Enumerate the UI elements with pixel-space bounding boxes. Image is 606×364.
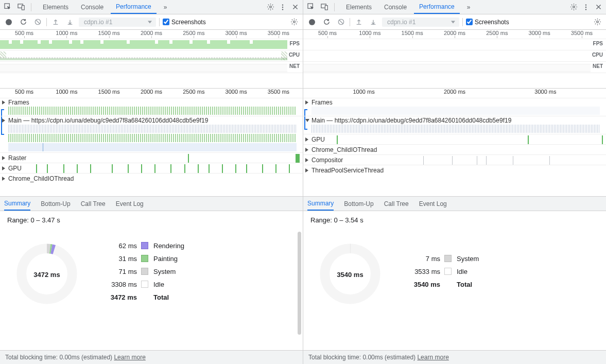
svg-text:3540 ms: 3540 ms [337,271,363,279]
screenshots-checkbox-input[interactable] [466,19,473,25]
legend-row: 7 ms System [404,255,479,263]
download-icon[interactable] [64,16,76,28]
screenshots-checkbox[interactable]: Screenshots [466,19,509,26]
track-main[interactable]: Main — https://cdpn.io/una/debug/c9edd7f… [303,116,606,134]
disclosure-triangle-icon[interactable] [2,156,5,160]
disclosure-triangle-icon[interactable] [2,177,5,181]
flame-ruler[interactable]: 1000 ms 2000 ms 3000 ms [303,89,606,98]
disclosure-triangle-icon[interactable] [305,148,308,152]
tab-call-tree[interactable]: Call Tree [384,197,409,211]
tab-console[interactable]: Console [379,0,412,14]
cpu-label: CPU [288,52,301,58]
legend-ms: 3533 ms [404,268,440,275]
flame-chart[interactable]: 500 ms 1000 ms 1500 ms 2000 ms 2500 ms 3… [0,89,303,197]
track-gpu[interactable]: GPU [0,163,303,173]
tab-overflow[interactable]: » [159,0,172,14]
flame-ruler[interactable]: 500 ms 1000 ms 1500 ms 2000 ms 2500 ms 3… [0,89,303,98]
upload-icon[interactable] [50,16,61,28]
close-icon[interactable] [289,2,301,13]
gear-icon[interactable] [265,2,276,13]
disclosure-triangle-icon[interactable] [2,166,5,170]
tab-elements[interactable]: Elements [341,0,377,14]
legend-row: 3308 ms Idle [101,281,184,288]
disclosure-triangle-icon[interactable] [2,118,5,123]
tab-call-tree[interactable]: Call Tree [81,197,106,211]
summary-legend: 62 ms Rendering 31 ms Painting 71 ms Sys… [101,242,184,306]
close-icon[interactable] [593,2,604,13]
svg-point-5 [282,6,283,7]
tab-console[interactable]: Console [76,0,109,14]
tab-performance[interactable]: Performance [111,0,157,14]
overview-mini-tracks[interactable]: FPS CPU NET [303,39,606,73]
disclosure-triangle-icon[interactable] [305,100,308,105]
tab-bottom-up[interactable]: Bottom-Up [344,197,373,211]
gear-icon[interactable] [568,2,579,13]
track-main[interactable]: Main — https://cdpn.io/una/debug/c9edd7f… [0,116,303,152]
cpu-lane: CPU [303,50,606,62]
overview-ruler[interactable]: 500 ms 1000 ms 1500 ms 2000 ms 2500 ms 3… [303,30,606,39]
record-button[interactable] [306,16,318,28]
recording-selector[interactable]: cdpn.io #1 [79,18,156,27]
reload-icon[interactable] [321,16,332,28]
overview-mini-tracks[interactable]: FPS CPU NET [0,39,303,73]
learn-more-link[interactable]: Learn more [114,354,145,361]
tab-performance[interactable]: Performance [414,0,460,14]
screenshots-checkbox-input[interactable] [163,19,169,25]
clear-icon[interactable] [32,16,43,28]
footer-text: Total blocking time: 0.00ms (estimated) [5,354,112,361]
separator [31,3,31,11]
legend-row: 71 ms System [101,268,184,275]
tab-summary[interactable]: Summary [4,197,30,211]
disclosure-triangle-icon[interactable] [305,168,308,172]
track-gpu[interactable]: GPU [303,134,606,144]
capture-settings-gear-icon[interactable] [288,16,300,28]
kebab-menu-icon[interactable] [580,2,592,13]
record-button[interactable] [3,16,14,28]
track-compositor[interactable]: Compositor [303,154,606,165]
learn-more-link[interactable]: Learn more [417,354,448,361]
track-raster[interactable]: Raster [0,152,303,163]
track-frames[interactable]: Frames [303,98,606,116]
disclosure-triangle-icon[interactable] [305,158,308,162]
net-lane: NET [0,62,303,73]
screenshots-checkbox[interactable]: Screenshots [163,19,206,26]
screenshots-strip[interactable] [303,73,606,89]
device-toggle-icon[interactable] [319,2,330,13]
tab-event-log[interactable]: Event Log [419,197,447,211]
track-childio[interactable]: Chrome_ChildIOThread [0,173,303,183]
overview-ruler[interactable]: 500 ms 1000 ms 1500 ms 2000 ms 2500 ms 3… [0,30,303,39]
track-childio[interactable]: Chrome_ChildIOThread [303,144,606,154]
kebab-menu-icon[interactable] [277,2,288,13]
scrollbar[interactable] [298,232,301,335]
track-label: Frames [311,99,603,106]
separator [46,18,47,26]
capture-settings-gear-icon[interactable] [592,16,603,28]
tick: 1000 ms [56,30,77,36]
inspect-element-icon[interactable] [2,2,13,13]
reload-icon[interactable] [18,16,29,28]
track-label: ThreadPoolServiceThread [311,167,603,174]
recording-selector[interactable]: cdpn.io #1 [382,18,459,27]
track-threadpool[interactable]: ThreadPoolServiceThread [303,165,606,175]
tab-summary[interactable]: Summary [307,197,334,211]
disclosure-triangle-icon[interactable] [305,137,308,142]
clear-icon[interactable] [335,16,347,28]
track-frames[interactable]: Frames [0,98,303,116]
flame-chart[interactable]: 1000 ms 2000 ms 3000 ms Frames Main — ht… [303,89,606,197]
upload-icon[interactable] [353,16,365,28]
tick: 2000 ms [444,89,465,95]
tab-overflow[interactable]: » [462,0,476,14]
disclosure-triangle-icon[interactable] [305,119,309,122]
inspect-element-icon[interactable] [305,2,317,13]
tab-elements[interactable]: Elements [38,0,74,14]
legend-total: 3472 ms Total [101,293,184,301]
download-icon[interactable] [368,16,379,28]
disclosure-triangle-icon[interactable] [2,100,5,105]
tab-event-log[interactable]: Event Log [116,197,144,211]
tick: 500 ms [15,30,33,36]
device-toggle-icon[interactable] [15,2,27,13]
tick: 3000 ms [529,30,550,36]
tab-bottom-up[interactable]: Bottom-Up [41,197,70,211]
legend-swatch [141,242,148,249]
screenshots-strip[interactable] [0,73,303,89]
